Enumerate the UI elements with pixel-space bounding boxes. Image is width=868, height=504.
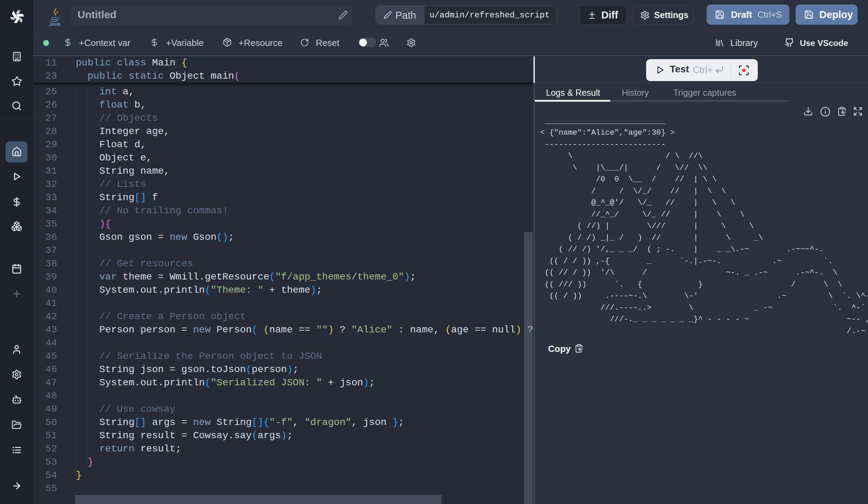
svg-text:Java: Java <box>49 21 61 27</box>
